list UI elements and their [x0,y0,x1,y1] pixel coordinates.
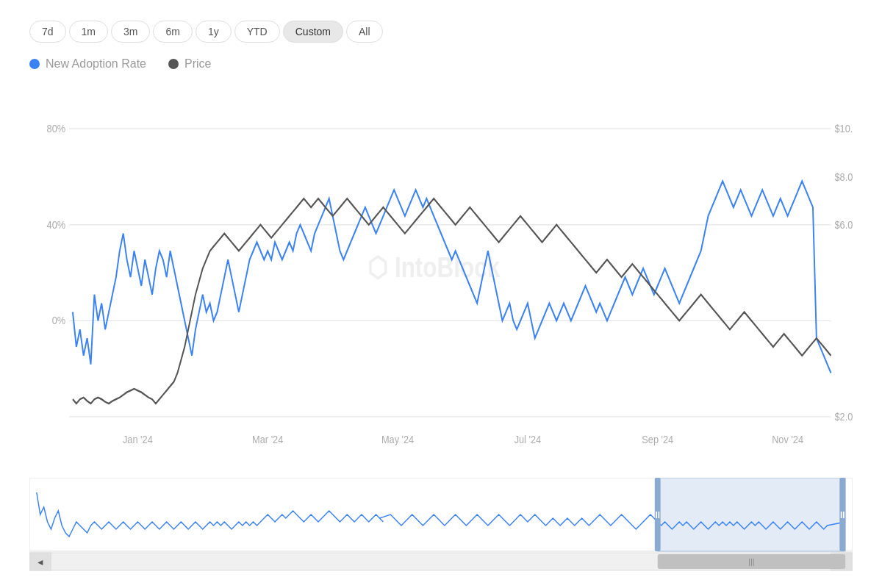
time-btn-6m[interactable]: 6m [153,21,192,43]
time-btn-all[interactable]: All [346,21,383,43]
legend-label-price: Price [184,57,211,71]
time-btn-1m[interactable]: 1m [69,21,108,43]
svg-text:|||: ||| [748,557,754,566]
time-btn-3m[interactable]: 3m [111,21,150,43]
legend-item-price: Price [168,57,211,71]
svg-text:$8.00: $8.00 [834,171,853,183]
legend-item-adoption: New Adoption Rate [29,57,146,71]
svg-text:May '24: May '24 [381,432,414,445]
svg-text:40%: 40% [47,218,66,230]
legend-dot-price [168,59,179,69]
svg-text:⬡ IntoBlock: ⬡ IntoBlock [368,251,500,282]
svg-text:80%: 80% [47,122,66,135]
svg-text:II: II [840,510,845,520]
time-range-buttons: 7d1m3m6m1yYTDCustomAll [7,15,875,49]
main-chart-wrapper: 80% 40% 0% $10.00 $8.00 $6.00 $2.00 ⬡ In… [7,76,875,478]
svg-text:Jul '24: Jul '24 [514,432,542,445]
chart-navigator: II II 2020 2022 2024 ◄ ► ||| [7,478,875,581]
svg-text:Jan '24: Jan '24 [123,432,153,445]
svg-text:$10.00: $10.00 [834,122,853,135]
svg-text:Sep '24: Sep '24 [642,432,673,445]
svg-text:Mar '24: Mar '24 [252,432,283,445]
svg-text:II: II [655,510,660,520]
chart-legend: New Adoption Rate Price [7,49,875,76]
legend-dot-adoption [29,59,40,69]
time-btn-ytd[interactable]: YTD [234,21,280,43]
time-btn-1y[interactable]: 1y [196,21,232,43]
svg-text:0%: 0% [52,314,66,326]
svg-text:◄: ◄ [36,557,45,567]
time-btn-7d[interactable]: 7d [29,21,66,43]
svg-text:$2.00: $2.00 [834,409,853,422]
time-btn-custom[interactable]: Custom [283,21,343,43]
svg-text:$6.00: $6.00 [834,218,853,230]
svg-text:Nov '24: Nov '24 [772,432,803,445]
legend-label-adoption: New Adoption Rate [46,57,146,71]
svg-rect-19 [658,478,845,551]
